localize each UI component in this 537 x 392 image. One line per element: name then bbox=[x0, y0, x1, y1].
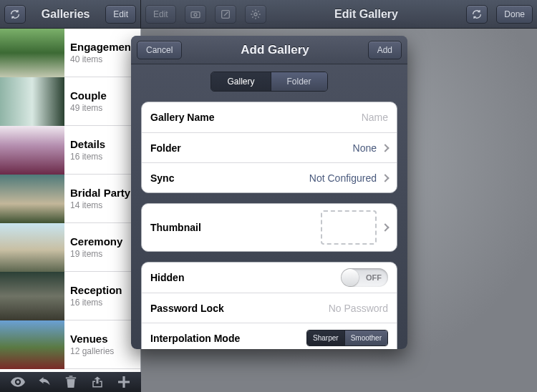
list-item[interactable]: Venues12 galleries bbox=[0, 320, 140, 369]
undo-button[interactable] bbox=[37, 374, 52, 390]
toggle-state: OFF bbox=[366, 268, 382, 287]
cancel-button[interactable]: Cancel bbox=[137, 41, 182, 59]
tab-gallery[interactable]: Gallery bbox=[211, 72, 270, 91]
svg-point-1 bbox=[194, 13, 197, 16]
refresh-button[interactable] bbox=[4, 5, 26, 24]
chevron-right-icon bbox=[381, 174, 389, 182]
list-item[interactable]: Ceremony19 items bbox=[0, 223, 140, 272]
password-input[interactable]: No Password bbox=[329, 303, 388, 314]
chevron-right-icon bbox=[381, 223, 389, 231]
group-basic: Gallery Name Name Folder None Sync Not C… bbox=[141, 102, 397, 193]
gallery-thumb bbox=[0, 320, 64, 369]
gallery-count: 14 items bbox=[70, 200, 135, 210]
gallery-count: 40 items bbox=[70, 54, 135, 64]
label: Sync bbox=[150, 172, 174, 184]
camera-button[interactable] bbox=[185, 5, 206, 24]
share-button[interactable] bbox=[90, 374, 105, 390]
row-gallery-name[interactable]: Gallery Name Name bbox=[142, 102, 397, 132]
list-item[interactable]: Engagement40 items bbox=[0, 29, 140, 77]
main-toolbar: Edit Edit Gallery Done bbox=[141, 0, 537, 29]
gallery-name: Details bbox=[70, 138, 135, 150]
group-thumbnail: Thumbnail bbox=[141, 203, 397, 252]
gallery-name: Engagement bbox=[70, 41, 135, 53]
label: Password Lock bbox=[150, 303, 224, 314]
row-password[interactable]: Password Lock No Password bbox=[142, 293, 397, 323]
gallery-name: Bridal Party bbox=[70, 187, 135, 199]
row-thumbnail[interactable]: Thumbnail bbox=[142, 204, 397, 251]
modal-body[interactable]: Gallery Name Name Folder None Sync Not C… bbox=[131, 99, 407, 349]
list-item[interactable]: Reception16 items bbox=[0, 272, 140, 320]
sync-value: Not Configured bbox=[309, 172, 377, 184]
row-folder[interactable]: Folder None bbox=[142, 132, 397, 162]
label: Folder bbox=[150, 142, 181, 154]
undo-icon bbox=[38, 377, 51, 387]
svg-point-3 bbox=[254, 13, 257, 16]
hidden-toggle[interactable]: OFF bbox=[341, 268, 388, 287]
label: Interpolation Mode bbox=[150, 333, 240, 344]
sidebar-edit-button[interactable]: Edit bbox=[105, 5, 136, 24]
label: Thumbnail bbox=[150, 222, 201, 233]
gallery-count: 12 galleries bbox=[70, 346, 135, 356]
refresh-icon bbox=[9, 9, 21, 20]
gallery-thumb bbox=[0, 223, 64, 272]
gallery-thumb bbox=[0, 77, 64, 126]
list-item[interactable]: Couple49 items bbox=[0, 77, 140, 126]
folder-value: None bbox=[353, 142, 377, 154]
gallery-name: Couple bbox=[70, 89, 135, 102]
gallery-count: 49 items bbox=[70, 103, 135, 113]
gear-icon bbox=[250, 9, 261, 20]
gallery-thumb bbox=[0, 29, 64, 77]
gallery-name-input[interactable]: Name bbox=[362, 112, 388, 123]
galleries-sidebar: Engagement40 items Couple49 items Detail… bbox=[0, 29, 141, 372]
gallery-count: 16 items bbox=[70, 152, 135, 162]
gallery-name: Reception bbox=[70, 284, 135, 296]
gallery-count: 19 items bbox=[70, 249, 135, 259]
gallery-thumb bbox=[0, 272, 64, 320]
add-confirm-button[interactable]: Add bbox=[368, 41, 402, 59]
gallery-name: Venues bbox=[70, 333, 135, 345]
interp-smoother[interactable]: Smoother bbox=[344, 330, 387, 346]
chevron-right-icon bbox=[381, 144, 389, 152]
sidebar-bottom-toolbar bbox=[0, 372, 141, 392]
row-hidden: Hidden OFF bbox=[142, 263, 397, 293]
sidebar-title: Galleries bbox=[30, 8, 101, 21]
modal-header: Cancel Add Gallery Add bbox=[131, 36, 407, 64]
list-item[interactable]: Details16 items bbox=[0, 126, 140, 175]
gallery-thumb bbox=[0, 126, 64, 175]
label: Hidden bbox=[150, 272, 184, 283]
compose-button[interactable] bbox=[215, 5, 236, 24]
thumbnail-placeholder bbox=[321, 210, 377, 245]
gallery-count: 16 items bbox=[70, 298, 135, 308]
row-interpolation: Interpolation Mode Sharper Smoother bbox=[142, 323, 397, 349]
share-icon bbox=[91, 376, 104, 388]
main-title: Edit Gallery bbox=[271, 8, 463, 21]
group-options: Hidden OFF Password Lock No Password Int… bbox=[141, 262, 397, 349]
tab-folder[interactable]: Folder bbox=[271, 72, 327, 91]
settings-button[interactable] bbox=[245, 5, 266, 24]
plus-icon bbox=[118, 376, 130, 388]
gallery-thumb bbox=[0, 175, 64, 223]
main-edit-button[interactable]: Edit bbox=[145, 5, 176, 24]
delete-button[interactable] bbox=[63, 374, 79, 390]
done-button[interactable]: Done bbox=[496, 5, 533, 24]
label: Gallery Name bbox=[150, 112, 215, 123]
sync-icon bbox=[471, 9, 483, 20]
list-item[interactable]: Bridal Party14 items bbox=[0, 175, 140, 223]
row-sync[interactable]: Sync Not Configured bbox=[142, 162, 397, 192]
gallery-name: Ceremony bbox=[70, 235, 135, 248]
modal-title: Add Gallery bbox=[182, 43, 367, 57]
svg-point-4 bbox=[16, 381, 19, 383]
camera-icon bbox=[190, 9, 201, 20]
sidebar-toolbar: Galleries Edit bbox=[0, 0, 141, 29]
visibility-button[interactable] bbox=[10, 374, 26, 390]
eye-icon bbox=[11, 377, 25, 387]
compose-icon bbox=[220, 9, 231, 20]
interpolation-segmented: Sharper Smoother bbox=[306, 330, 388, 346]
svg-rect-0 bbox=[191, 11, 200, 17]
sync-button[interactable] bbox=[466, 5, 488, 24]
add-button[interactable] bbox=[116, 374, 132, 390]
add-gallery-modal: Cancel Add Gallery Add Gallery Folder Ga… bbox=[131, 36, 407, 349]
type-segmented-control: Gallery Folder bbox=[131, 64, 407, 99]
trash-icon bbox=[65, 376, 77, 388]
interp-sharper[interactable]: Sharper bbox=[307, 330, 344, 346]
